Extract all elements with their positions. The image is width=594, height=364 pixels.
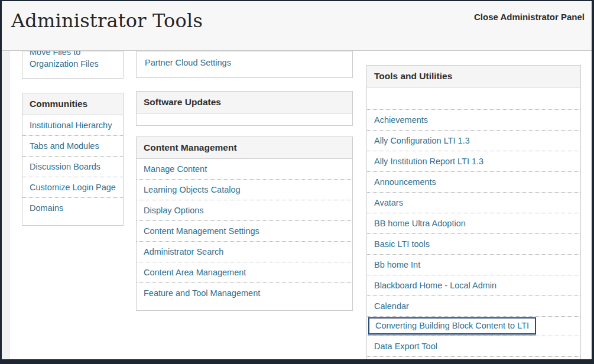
- list-item: Content Area Management: [137, 262, 352, 283]
- list-item: Institutional Hierarchy: [22, 115, 123, 136]
- module-content-management: Content Management Manage ContentLearnin…: [136, 136, 353, 311]
- page-title: Administrator Tools: [11, 9, 203, 32]
- list-item-highlighted: Converting Building Block Content to LTI: [367, 317, 580, 336]
- communities-list: Institutional HierarchyTabs and ModulesD…: [22, 115, 123, 225]
- list-item: Ally Configuration LTI 1.3: [367, 131, 580, 151]
- close-administrator-panel-link[interactable]: Close Administrator Panel: [474, 12, 585, 22]
- list-item: Bb home Int: [367, 255, 580, 275]
- link-calendar[interactable]: Calendar: [374, 301, 409, 311]
- link-partner-cloud-settings[interactable]: Partner Cloud Settings: [145, 58, 231, 67]
- link-converting-building-block-content-to-lti[interactable]: Converting Building Block Content to LTI: [368, 317, 536, 334]
- link-bb-home-ultra-adoption[interactable]: BB home Ultra Adoption: [374, 219, 466, 228]
- list-item: Administrator Search: [137, 242, 352, 262]
- list-item: Content Management Settings: [137, 221, 352, 242]
- link-move-files-to-organization-files[interactable]: Move Files to Organization Files: [30, 51, 116, 70]
- partial-box-body: Move Files to Organization Files: [22, 51, 123, 78]
- link-institutional-hierarchy[interactable]: Institutional Hierarchy: [30, 121, 112, 130]
- list-item: Learning Objects Catalog: [137, 180, 352, 200]
- right-column: Tools and Utilities AchievementsAlly Con…: [366, 65, 581, 359]
- link-bb-home-int[interactable]: Bb home Int: [374, 260, 420, 269]
- list-item: Domains: [22, 198, 123, 218]
- content-management-header: Content Management: [137, 137, 352, 159]
- communities-header: Communities: [22, 93, 123, 115]
- link-content-area-management[interactable]: Content Area Management: [144, 268, 246, 277]
- tools-and-utilities-header: Tools and Utilities: [367, 66, 580, 87]
- module-partial-top-middle: Partner Cloud Settings: [136, 51, 353, 78]
- panel-content: Move Files to Organization Files Communi…: [2, 51, 592, 359]
- link-feature-and-tool-management[interactable]: Feature and Tool Management: [144, 288, 260, 298]
- list-item: Avatars: [367, 193, 580, 213]
- content-management-list: Manage ContentLearning Objects CatalogDi…: [137, 159, 352, 310]
- list-item: Calendar: [367, 296, 580, 317]
- software-updates-empty-body: [137, 113, 352, 125]
- module-partial-top-left: Move Files to Organization Files: [22, 51, 124, 79]
- list-item: Announcements: [367, 172, 580, 193]
- module-software-updates: Software Updates: [136, 91, 353, 126]
- list-item: Manage Content: [137, 159, 352, 180]
- link-blackboard-home-local-admin[interactable]: Blackboard Home - Local Admin: [374, 281, 496, 290]
- empty-list-slot: [367, 87, 580, 110]
- link-data-export-tool[interactable]: Data Export Tool: [374, 342, 437, 351]
- panel-header: Administrator Tools Close Administrator …: [2, 1, 592, 51]
- link-content-management-settings[interactable]: Content Management Settings: [144, 226, 259, 236]
- module-tools-and-utilities: Tools and Utilities AchievementsAlly Con…: [366, 65, 581, 359]
- list-item: Discussion Boards: [22, 157, 123, 177]
- link-learning-objects-catalog[interactable]: Learning Objects Catalog: [144, 185, 241, 194]
- link-tabs-and-modules[interactable]: Tabs and Modules: [30, 141, 99, 151]
- list-item: Display Options: [137, 200, 352, 221]
- list-item: Tabs and Modules: [22, 136, 123, 157]
- link-ally-institution-report-lti-1-3[interactable]: Ally Institution Report LTI 1.3: [374, 157, 483, 166]
- software-updates-header: Software Updates: [137, 92, 352, 113]
- list-item: Feature and Tool Management: [137, 283, 352, 303]
- module-communities: Communities Institutional HierarchyTabs …: [22, 93, 124, 226]
- list-item: Achievements: [367, 110, 580, 131]
- link-administrator-search[interactable]: Administrator Search: [144, 247, 223, 256]
- link-ally-configuration-lti-1-3[interactable]: Ally Configuration LTI 1.3: [374, 136, 470, 145]
- link-avatars[interactable]: Avatars: [374, 198, 403, 207]
- link-achievements[interactable]: Achievements: [374, 115, 428, 125]
- link-display-options[interactable]: Display Options: [144, 206, 204, 215]
- list-item: Email: [367, 357, 580, 359]
- link-discussion-boards[interactable]: Discussion Boards: [30, 162, 100, 171]
- list-item: Data Export Tool: [367, 336, 580, 357]
- link-manage-content[interactable]: Manage Content: [144, 164, 207, 174]
- link-announcements[interactable]: Announcements: [374, 177, 436, 187]
- link-basic-lti-tools[interactable]: Basic LTI tools: [374, 239, 430, 249]
- tools-and-utilities-list: AchievementsAlly Configuration LTI 1.3Al…: [367, 87, 580, 359]
- left-rail: [2, 51, 9, 359]
- link-customize-login-page[interactable]: Customize Login Page: [30, 183, 116, 192]
- middle-column: Partner Cloud Settings Software Updates …: [136, 51, 353, 311]
- link-domains[interactable]: Domains: [30, 203, 63, 213]
- list-item: Ally Institution Report LTI 1.3: [367, 151, 580, 172]
- list-item: BB home Ultra Adoption: [367, 213, 580, 234]
- list-item: Blackboard Home - Local Admin: [367, 275, 580, 296]
- administrator-panel: Administrator Tools Close Administrator …: [0, 0, 594, 364]
- partial-box-body: Partner Cloud Settings: [137, 51, 352, 77]
- list-item: Customize Login Page: [22, 177, 123, 198]
- list-item: Basic LTI tools: [367, 234, 580, 255]
- left-column: Move Files to Organization Files Communi…: [22, 51, 124, 226]
